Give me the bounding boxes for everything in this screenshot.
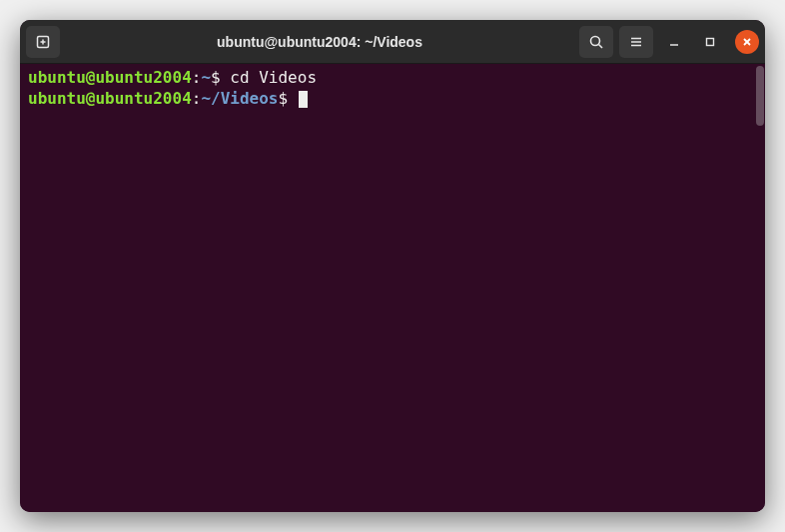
terminal-line: ubuntu@ubuntu2004:~/Videos$ (28, 89, 757, 110)
titlebar-left (26, 26, 60, 58)
new-tab-button[interactable] (26, 26, 60, 58)
prompt-separator: : (192, 89, 202, 108)
command-text: cd Videos (230, 68, 317, 87)
prompt-user: ubuntu@ubuntu2004 (28, 68, 192, 87)
svg-point-3 (591, 36, 600, 45)
titlebar-right (579, 26, 759, 58)
cursor (299, 91, 308, 108)
prompt-path: ~/Videos (201, 89, 278, 108)
window-title: ubuntu@ubuntu2004: ~/Videos (66, 34, 573, 50)
terminal-body[interactable]: ubuntu@ubuntu2004:~$ cd Videos ubuntu@ub… (20, 64, 765, 512)
svg-rect-9 (707, 38, 714, 45)
prompt-dollar: $ (278, 89, 297, 108)
scrollbar-thumb[interactable] (756, 66, 764, 126)
menu-button[interactable] (619, 26, 653, 58)
prompt-path: ~ (201, 68, 211, 87)
prompt-dollar: $ (211, 68, 230, 87)
terminal-line: ubuntu@ubuntu2004:~$ cd Videos (28, 68, 757, 89)
prompt-separator: : (192, 68, 202, 87)
maximize-button[interactable] (695, 27, 725, 57)
titlebar: ubuntu@ubuntu2004: ~/Videos (20, 20, 765, 64)
svg-line-4 (599, 44, 603, 48)
scrollbar[interactable] (755, 64, 765, 512)
terminal-window: ubuntu@ubuntu2004: ~/Videos (20, 20, 765, 512)
prompt-user: ubuntu@ubuntu2004 (28, 89, 192, 108)
close-button[interactable] (735, 30, 759, 54)
minimize-button[interactable] (659, 27, 689, 57)
search-button[interactable] (579, 26, 613, 58)
